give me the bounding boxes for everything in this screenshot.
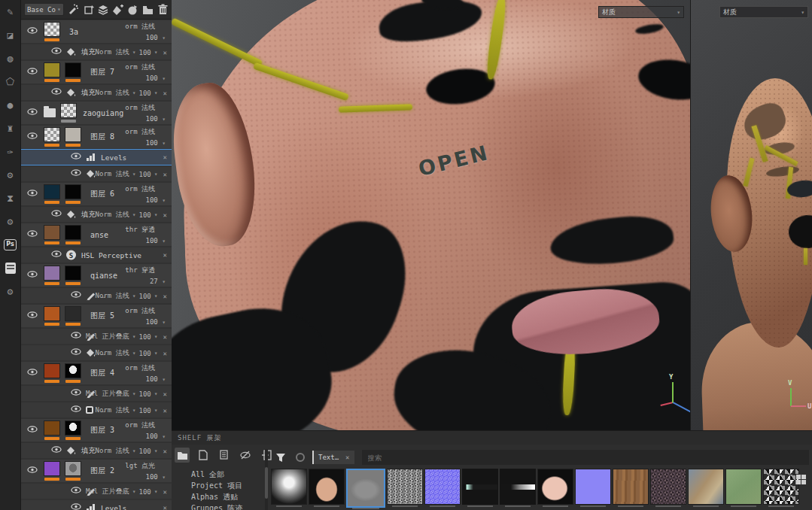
effect-row[interactable]: Levels✕: [21, 150, 172, 165]
shape-filter-icon[interactable]: [296, 453, 305, 462]
visibility-eye-icon[interactable]: [27, 230, 38, 240]
visibility-eye-icon[interactable]: [27, 68, 38, 77]
effect-row[interactable]: Levels✕: [21, 500, 172, 510]
content-row[interactable]: …Norm 法线▾100▾✕: [21, 345, 172, 360]
layer-opacity[interactable]: 100 ▾: [145, 74, 166, 82]
content-row[interactable]: …Norm 法线▾100▾✕: [21, 288, 172, 303]
blend-mode[interactable]: Norm 法线: [96, 47, 129, 57]
layer-thumbnail[interactable]: [44, 225, 60, 240]
row-controls[interactable]: Mul 正片叠底▾100▾✕: [86, 487, 167, 496]
layer-blend-mode[interactable]: lgt 点光: [125, 461, 155, 471]
row-controls[interactable]: Norm 法线▾100▾✕: [96, 88, 167, 98]
paint-brush-icon[interactable]: ✎: [4, 5, 17, 18]
visibility-eye-icon[interactable]: [71, 332, 81, 342]
material-preview-panel[interactable]: 材质 ▾ V U: [690, 0, 812, 430]
layer-blend-mode[interactable]: orm 法线: [125, 103, 155, 113]
shelf-category-item[interactable]: All 全部: [175, 469, 265, 480]
mask-thumbnail[interactable]: [65, 62, 81, 77]
layer-opacity[interactable]: 100 ▾: [145, 318, 166, 326]
content-row[interactable]: Mul 正片叠底▾100▾✕: [21, 386, 172, 401]
blend-mode[interactable]: Norm 法线: [96, 291, 129, 301]
viewport-material-dropdown[interactable]: 材质 ▾: [598, 6, 684, 18]
visibility-eye-icon[interactable]: [51, 47, 62, 57]
viewport-3d[interactable]: OPEN 材质 ▾ Y Z: [172, 0, 690, 430]
row-controls[interactable]: Norm 法线▾100▾✕: [96, 348, 167, 358]
shelf-thumbnail-grad-strip-b[interactable]: [500, 469, 536, 505]
polygon-fill-icon[interactable]: ⬠: [4, 74, 17, 88]
layer-thumbnail[interactable]: [44, 306, 60, 321]
visibility-eye-icon[interactable]: [27, 190, 38, 199]
layer-blend-mode[interactable]: thr 穿透: [125, 225, 155, 235]
close-icon[interactable]: ✕: [161, 251, 167, 259]
visibility-eye-icon[interactable]: [51, 88, 62, 98]
opacity-value[interactable]: 100: [138, 349, 151, 357]
layer-blend-mode[interactable]: orm 法线: [125, 127, 155, 137]
layer-thumbnail[interactable]: [44, 127, 60, 142]
mask-thumbnail[interactable]: [65, 363, 81, 378]
opacity-value[interactable]: 100: [138, 406, 151, 414]
layer-opacity[interactable]: 100 ▾: [145, 375, 166, 383]
material-picker-icon[interactable]: ✑: [4, 144, 17, 158]
content-row[interactable]: 填充Norm 法线▾100▾✕: [21, 207, 172, 222]
opacity-value[interactable]: 100: [138, 89, 151, 96]
layer-thumbnail[interactable]: [44, 363, 60, 378]
content-row[interactable]: 填充Norm 法线▾100▾✕: [21, 85, 172, 100]
row-controls[interactable]: Norm 法线▾100▾✕: [96, 405, 167, 415]
layer-thumbnail[interactable]: [44, 420, 60, 436]
opacity-value[interactable]: 100: [138, 390, 151, 397]
shelf-thumbnail-ao-face[interactable]: [271, 469, 307, 505]
shelf-thumbnail-wood[interactable]: [613, 469, 649, 505]
opacity-value[interactable]: 100: [138, 447, 151, 454]
close-icon[interactable]: ✕: [161, 487, 167, 495]
layer-row[interactable]: 图层 2lgt 点光100 ▾: [21, 460, 172, 482]
eraser-icon[interactable]: ◪: [4, 28, 17, 41]
rotate-icon[interactable]: [83, 3, 94, 16]
shelf-thumbnail-noise-blue[interactable]: [424, 469, 461, 505]
close-icon[interactable]: ✕: [161, 211, 167, 218]
layer-thumbnail[interactable]: [44, 62, 60, 77]
mask-thumbnail[interactable]: [65, 127, 81, 142]
layer-row[interactable]: qiansethr 穿透27 ▾: [21, 264, 172, 287]
close-icon[interactable]: ✕: [161, 170, 167, 178]
opacity-value[interactable]: 100: [138, 332, 151, 340]
content-row[interactable]: Mul 正片叠底▾100▾✕: [21, 329, 172, 344]
visibility-eye-icon[interactable]: [27, 132, 38, 142]
content-row[interactable]: 填充Norm 法线▾100▾✕: [21, 443, 172, 458]
blend-mode[interactable]: Norm 法线: [96, 446, 129, 456]
row-controls[interactable]: Mul 正片叠底▾100▾✕: [86, 332, 167, 342]
shelf-thumbnail-grunge-dark[interactable]: [650, 469, 686, 505]
visibility-eye-icon[interactable]: [71, 291, 81, 301]
visibility-eye-icon[interactable]: [71, 348, 81, 358]
add-folder-icon[interactable]: [142, 3, 154, 16]
gear-small-icon[interactable]: ⚙: [4, 214, 17, 228]
layer-opacity[interactable]: 27 ▾: [150, 278, 166, 285]
visibility-eye-icon[interactable]: [27, 426, 38, 436]
shelf-thumbnail-curvature[interactable]: [346, 469, 385, 508]
layer-opacity[interactable]: 100 ▾: [145, 433, 166, 440]
row-controls[interactable]: ✕: [161, 251, 167, 259]
blend-mode[interactable]: Norm 法线: [96, 88, 129, 98]
sphere-arrow-icon[interactable]: [127, 3, 138, 16]
close-icon[interactable]: ✕: [161, 89, 167, 96]
shelf-thumbnail-grad-strip-a[interactable]: [462, 469, 498, 505]
layer-opacity[interactable]: 100 ▾: [145, 473, 166, 481]
shelf-thumbnail-skin-face[interactable]: [309, 469, 345, 505]
channel-dropdown[interactable]: Base Co ▾: [24, 3, 64, 16]
row-controls[interactable]: ✕: [161, 153, 167, 161]
blend-mode[interactable]: Norm 法线: [96, 405, 129, 415]
row-controls[interactable]: Norm 法线▾100▾✕: [96, 291, 167, 301]
row-controls[interactable]: Norm 法线▾100▾✕: [96, 210, 167, 220]
mask-thumbnail[interactable]: [65, 225, 81, 240]
mask-thumbnail[interactable]: [65, 266, 81, 281]
row-controls[interactable]: Norm 法线▾100▾✕: [96, 169, 167, 179]
blend-mode[interactable]: Norm 法线: [96, 169, 129, 179]
row-controls[interactable]: Norm 法线▾100▾✕: [96, 446, 167, 456]
layer-row[interactable]: 图层 6orm 法线100 ▾: [21, 183, 172, 205]
close-icon[interactable]: ✕: [161, 332, 167, 340]
blend-mode[interactable]: Mul 正片叠底: [86, 332, 129, 342]
layer-opacity[interactable]: 100 ▾: [145, 115, 166, 123]
mask-thumbnail[interactable]: [65, 461, 81, 476]
opacity-value[interactable]: 100: [138, 170, 151, 178]
hourglass-icon[interactable]: ⧗: [4, 191, 17, 205]
visibility-eye-icon[interactable]: [51, 210, 62, 220]
